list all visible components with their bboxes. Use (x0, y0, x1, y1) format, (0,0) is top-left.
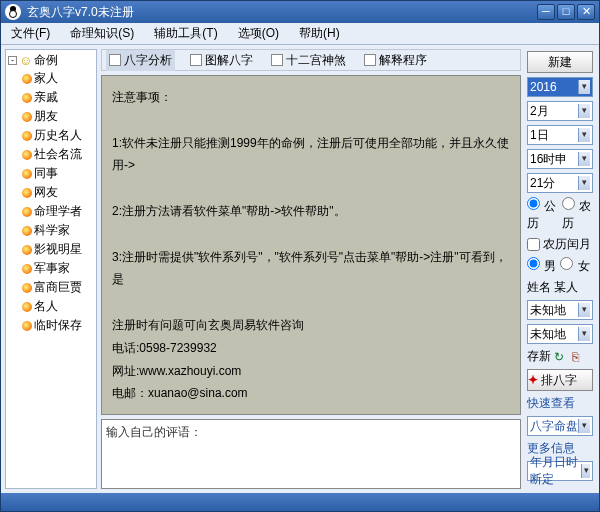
close-button[interactable]: ✕ (577, 4, 595, 20)
quicklook-label: 快速查看 (527, 395, 593, 412)
folder-icon (22, 74, 32, 84)
collapse-icon[interactable]: - (8, 56, 17, 65)
maximize-button[interactable]: □ (557, 4, 575, 20)
folder-icon (22, 264, 32, 274)
folder-icon (22, 321, 32, 331)
place2-select[interactable]: 未知地▾ (527, 324, 593, 344)
radio-lunar[interactable]: 农历 (562, 197, 593, 232)
name-row: 姓名 某人 (527, 279, 593, 296)
tree-panel: - ☺ 命例 家人亲戚朋友历史名人社会名流同事网友命理学者科学家影视明星军事家富… (5, 49, 97, 489)
tree-item[interactable]: 社会名流 (22, 145, 94, 164)
radio-female[interactable]: 女 (560, 257, 589, 275)
title-bar: 玄奥八字v7.0未注册 ─ □ ✕ (1, 1, 599, 23)
moreinfo-select[interactable]: 年月日时断定▾ (527, 461, 593, 481)
chevron-down-icon: ▾ (578, 303, 590, 317)
calc-icon: ✦ (528, 370, 538, 390)
tree-item[interactable]: 军事家 (22, 259, 94, 278)
tree-item[interactable]: 历史名人 (22, 126, 94, 145)
folder-icon (22, 283, 32, 293)
minute-select[interactable]: 21分▾ (527, 173, 593, 193)
tab-palaces[interactable]: 十二宫神煞 (268, 50, 349, 71)
tab-interpret[interactable]: 解释程序 (361, 50, 430, 71)
year-select[interactable]: 2016▾ (527, 77, 593, 97)
chevron-down-icon: ▾ (578, 176, 590, 190)
chevron-down-icon: ▾ (578, 128, 590, 142)
tree-item[interactable]: 科学家 (22, 221, 94, 240)
folder-icon (22, 245, 32, 255)
tree-item[interactable]: 网友 (22, 183, 94, 202)
menu-tools[interactable]: 辅助工具(T) (150, 23, 221, 44)
tree-item[interactable]: 命理学者 (22, 202, 94, 221)
day-select[interactable]: 1日▾ (527, 125, 593, 145)
smile-icon: ☺ (19, 53, 32, 68)
leap-checkbox[interactable]: 农历闰月 (527, 236, 593, 253)
place1-select[interactable]: 未知地▾ (527, 300, 593, 320)
hour-select[interactable]: 16时申▾ (527, 149, 593, 169)
tree-item[interactable]: 同事 (22, 164, 94, 183)
chevron-down-icon: ▾ (578, 104, 590, 118)
folder-icon (22, 226, 32, 236)
app-icon (5, 4, 21, 20)
calendar-radio: 公历 农历 (527, 197, 593, 232)
folder-icon (22, 112, 32, 122)
folder-icon (22, 207, 32, 217)
menu-options[interactable]: 选项(O) (234, 23, 283, 44)
sex-radio: 男 女 (527, 257, 593, 275)
chevron-down-icon: ▾ (578, 327, 590, 341)
tree-item[interactable]: 家人 (22, 69, 94, 88)
tree-root[interactable]: - ☺ 命例 (8, 52, 94, 69)
menu-help[interactable]: 帮助(H) (295, 23, 344, 44)
comment-input[interactable]: 输入自己的评语： (101, 419, 521, 489)
name-value[interactable]: 某人 (554, 279, 593, 296)
tab-icon (190, 54, 202, 66)
paiba-button[interactable]: ✦排八字 (527, 369, 593, 391)
tab-bar: 八字分析 图解八字 十二宫神煞 解释程序 (101, 49, 521, 71)
right-panel: 新建 2016▾ 2月▾ 1日▾ 16时申▾ 21分▾ 公历 农历 农历闰月 男… (525, 49, 595, 489)
tree-item[interactable]: 名人 (22, 297, 94, 316)
tree-item[interactable]: 富商巨贾 (22, 278, 94, 297)
tab-icon (271, 54, 283, 66)
folder-icon (22, 169, 32, 179)
tab-icon (364, 54, 376, 66)
tab-bazi-analysis[interactable]: 八字分析 (106, 50, 175, 71)
chevron-down-icon: ▾ (581, 464, 590, 478)
menu-file[interactable]: 文件(F) (7, 23, 54, 44)
folder-icon (22, 131, 32, 141)
month-select[interactable]: 2月▾ (527, 101, 593, 121)
tree-item[interactable]: 影视明星 (22, 240, 94, 259)
notice-text: 注意事项： 1:软件未注册只能推测1999年的命例，注册后可使用全部功能，并且永… (101, 75, 521, 415)
folder-icon (22, 302, 32, 312)
refresh-icon[interactable]: ↻ (554, 350, 568, 364)
minimize-button[interactable]: ─ (537, 4, 555, 20)
chevron-down-icon: ▾ (578, 419, 590, 433)
tree-root-label: 命例 (34, 52, 58, 69)
tree-item[interactable]: 临时保存 (22, 316, 94, 335)
folder-icon (22, 188, 32, 198)
folder-icon (22, 150, 32, 160)
folder-icon (22, 93, 32, 103)
chevron-down-icon: ▾ (578, 80, 590, 94)
status-bar (1, 493, 599, 511)
menu-bar: 文件(F) 命理知识(S) 辅助工具(T) 选项(O) 帮助(H) (1, 23, 599, 45)
menu-knowledge[interactable]: 命理知识(S) (66, 23, 138, 44)
copy-icon[interactable]: ⎘ (572, 350, 586, 364)
tab-icon (109, 54, 121, 66)
radio-solar[interactable]: 公历 (527, 197, 558, 232)
tab-chart[interactable]: 图解八字 (187, 50, 256, 71)
chevron-down-icon: ▾ (578, 152, 590, 166)
window-title: 玄奥八字v7.0未注册 (27, 4, 537, 21)
new-button[interactable]: 新建 (527, 51, 593, 73)
tree-item[interactable]: 朋友 (22, 107, 94, 126)
radio-male[interactable]: 男 (527, 257, 556, 275)
save-label: 存新 (527, 348, 551, 365)
tree-item[interactable]: 亲戚 (22, 88, 94, 107)
name-label: 姓名 (527, 279, 551, 296)
quicklook-select[interactable]: 八字命盘▾ (527, 416, 593, 436)
